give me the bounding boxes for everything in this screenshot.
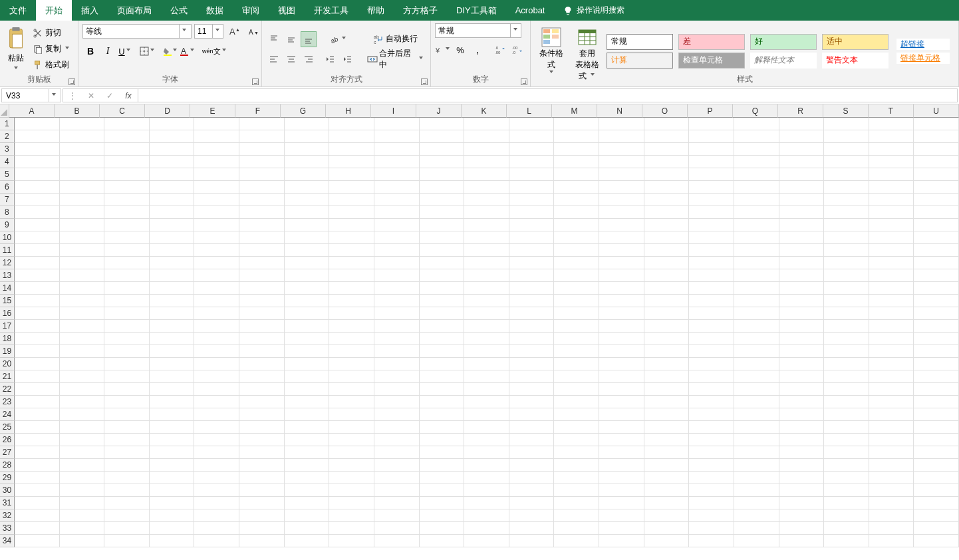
cell[interactable] [285, 370, 330, 383]
cell[interactable] [599, 421, 644, 434]
merge-center-button[interactable]: 合并后居中 [364, 51, 426, 67]
cell[interactable] [194, 181, 239, 194]
cell[interactable] [869, 320, 914, 333]
cell[interactable] [420, 156, 465, 168]
column-header[interactable]: P [688, 104, 733, 118]
column-header[interactable]: G [281, 104, 326, 118]
cell[interactable] [464, 156, 509, 168]
cell[interactable] [150, 535, 195, 547]
phonetic-button[interactable]: wén文 [202, 43, 227, 59]
cell[interactable] [734, 206, 779, 219]
cell[interactable] [869, 484, 914, 497]
cell[interactable] [689, 320, 734, 333]
cell[interactable] [914, 206, 959, 219]
cell[interactable] [779, 219, 825, 231]
cell[interactable] [644, 194, 690, 206]
cell[interactable] [60, 370, 105, 383]
cell[interactable] [464, 269, 509, 282]
cell[interactable] [374, 269, 420, 282]
cell[interactable] [644, 484, 690, 497]
cell[interactable] [420, 459, 465, 472]
cell[interactable] [779, 509, 825, 522]
cell[interactable] [150, 396, 195, 408]
cell[interactable] [734, 282, 779, 295]
cell[interactable] [554, 333, 599, 345]
cell[interactable] [509, 333, 555, 345]
cell[interactable] [599, 370, 644, 383]
cell[interactable] [194, 446, 239, 459]
cell[interactable] [239, 535, 285, 547]
cell[interactable] [509, 307, 555, 320]
cell[interactable] [285, 244, 330, 257]
cell[interactable] [239, 509, 285, 522]
cell[interactable] [509, 143, 555, 156]
cell[interactable] [150, 307, 195, 320]
cell[interactable] [60, 181, 105, 194]
cell[interactable] [644, 130, 690, 143]
cell[interactable] [15, 282, 60, 295]
cell[interactable] [509, 118, 555, 130]
style-good[interactable]: 好 [750, 34, 817, 50]
cell[interactable] [15, 472, 60, 484]
cell[interactable] [644, 269, 690, 282]
cell[interactable] [599, 156, 644, 168]
cell[interactable] [554, 257, 599, 269]
cell[interactable] [329, 446, 374, 459]
cell[interactable] [644, 282, 690, 295]
cell[interactable] [644, 459, 690, 472]
cell[interactable] [329, 307, 374, 320]
cell[interactable] [734, 181, 779, 194]
cell[interactable] [599, 269, 644, 282]
cell[interactable] [104, 282, 150, 295]
cell[interactable] [194, 408, 239, 421]
cell[interactable] [464, 434, 509, 446]
cell[interactable] [689, 181, 734, 194]
row-header[interactable]: 34 [0, 535, 15, 547]
cell[interactable] [554, 446, 599, 459]
cell[interactable] [689, 219, 734, 231]
cell[interactable] [869, 257, 914, 269]
cell[interactable] [914, 345, 959, 358]
cell[interactable] [734, 231, 779, 244]
cell[interactable] [914, 143, 959, 156]
cell[interactable] [509, 181, 555, 194]
cell[interactable] [285, 383, 330, 396]
cell[interactable] [509, 459, 555, 472]
cut-button[interactable]: 剪切 [33, 27, 70, 40]
cell[interactable] [824, 257, 869, 269]
cell[interactable] [869, 509, 914, 522]
cell[interactable] [824, 497, 869, 509]
cell[interactable] [689, 295, 734, 307]
row-header[interactable]: 22 [0, 383, 15, 396]
cell[interactable] [464, 358, 509, 370]
cell[interactable] [150, 358, 195, 370]
row-header[interactable]: 20 [0, 358, 15, 370]
cell[interactable] [914, 168, 959, 181]
column-header[interactable]: Q [733, 104, 778, 118]
cell[interactable] [914, 472, 959, 484]
cell[interactable] [689, 257, 734, 269]
cell[interactable] [150, 143, 195, 156]
cell[interactable] [420, 307, 465, 320]
cell[interactable] [374, 257, 420, 269]
cell[interactable] [285, 345, 330, 358]
cell[interactable] [824, 333, 869, 345]
cell[interactable] [150, 421, 195, 434]
accounting-format-button[interactable]: ¥ [435, 42, 451, 58]
cell[interactable] [329, 320, 374, 333]
cell[interactable] [734, 522, 779, 535]
cell[interactable] [104, 434, 150, 446]
cell[interactable] [824, 269, 869, 282]
cell[interactable] [779, 446, 825, 459]
cell[interactable] [779, 257, 825, 269]
cell[interactable] [464, 535, 509, 547]
cell[interactable] [599, 509, 644, 522]
cell[interactable] [239, 459, 285, 472]
cell[interactable] [420, 118, 465, 130]
cell[interactable] [914, 333, 959, 345]
cell[interactable] [60, 383, 105, 396]
cell[interactable] [329, 370, 374, 383]
cell[interactable] [374, 509, 420, 522]
cell[interactable] [554, 282, 599, 295]
cell[interactable] [374, 295, 420, 307]
